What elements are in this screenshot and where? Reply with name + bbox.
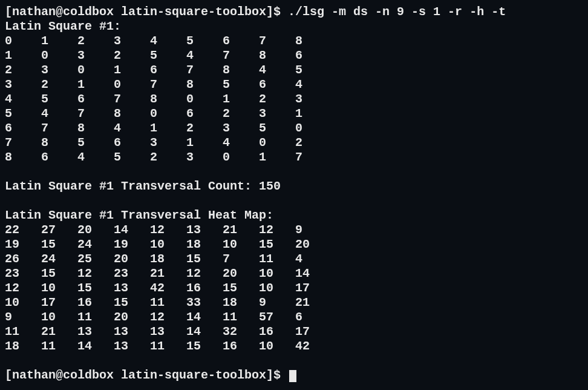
shell-prompt: [nathan@coldbox latin-square-toolbox]$: [5, 5, 288, 19]
square-row: 7 8 5 6 3 1 4 0 2: [5, 136, 583, 150]
blank-line: [5, 194, 583, 208]
square-header: Latin Square #1:: [5, 19, 583, 34]
square-row: 3 2 1 0 7 8 5 6 4: [5, 78, 583, 92]
heatmap-row: 11 21 13 13 13 14 32 16 17: [5, 325, 583, 339]
square-row: 0 1 2 3 4 5 6 7 8: [5, 34, 583, 48]
heatmap-grid: 22 27 20 14 12 13 21 12 919 15 24 19 10 …: [5, 223, 583, 354]
prompt-line-2[interactable]: [nathan@coldbox latin-square-toolbox]$: [5, 368, 583, 383]
square-row: 2 3 0 1 6 7 8 4 5: [5, 63, 583, 78]
heatmap-row: 18 11 14 13 11 15 16 10 42: [5, 339, 583, 354]
command-text: ./lsg -m ds -n 9 -s 1 -r -h -t: [288, 5, 506, 19]
transversal-count: Latin Square #1 Transversal Count: 150: [5, 179, 583, 194]
heatmap-header: Latin Square #1 Transversal Heat Map:: [5, 208, 583, 223]
square-row: 4 5 6 7 8 0 1 2 3: [5, 92, 583, 107]
square-row: 6 7 8 4 1 2 3 5 0: [5, 121, 583, 136]
heatmap-row: 23 15 12 23 21 12 20 10 14: [5, 266, 583, 281]
heatmap-row: 26 24 25 20 18 15 7 11 4: [5, 252, 583, 266]
blank-line: [5, 354, 583, 368]
heatmap-row: 19 15 24 19 10 18 10 15 20: [5, 237, 583, 252]
square-row: 1 0 3 2 5 4 7 8 6: [5, 48, 583, 63]
prompt-line-1: [nathan@coldbox latin-square-toolbox]$ .…: [5, 5, 583, 19]
heatmap-row: 12 10 15 13 42 16 15 10 17: [5, 281, 583, 296]
shell-prompt: [nathan@coldbox latin-square-toolbox]$: [5, 368, 288, 382]
heatmap-row: 9 10 11 20 12 14 11 57 6: [5, 310, 583, 325]
square-row: 8 6 4 5 2 3 0 1 7: [5, 150, 583, 165]
cursor-block: [289, 370, 296, 382]
square-row: 5 4 7 8 0 6 2 3 1: [5, 107, 583, 121]
heatmap-row: 22 27 20 14 12 13 21 12 9: [5, 223, 583, 237]
latin-square-grid: 0 1 2 3 4 5 6 7 81 0 3 2 5 4 7 8 62 3 0 …: [5, 34, 583, 165]
blank-line: [5, 165, 583, 179]
heatmap-row: 10 17 16 15 11 33 18 9 21: [5, 296, 583, 310]
terminal-output: [nathan@coldbox latin-square-toolbox]$ .…: [5, 5, 583, 383]
